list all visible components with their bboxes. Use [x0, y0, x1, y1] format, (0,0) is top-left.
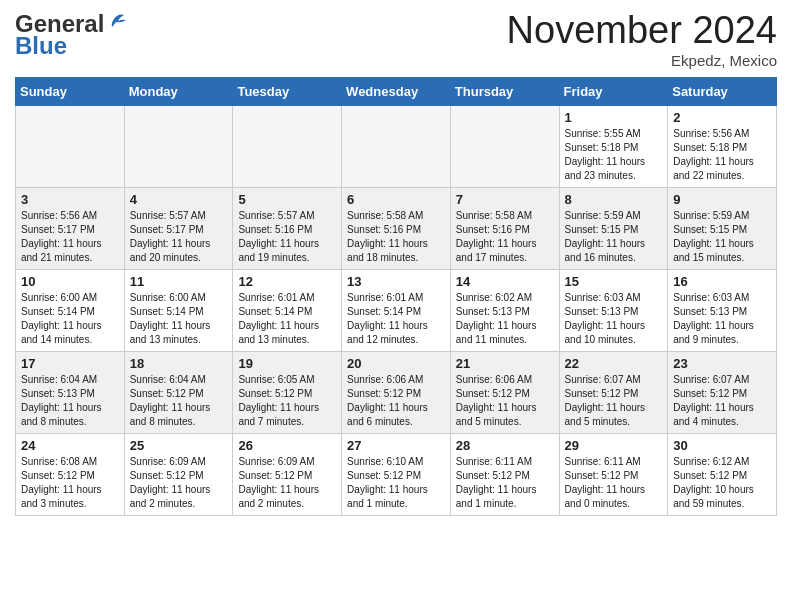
day-number: 26: [238, 438, 336, 453]
table-row: 7Sunrise: 5:58 AM Sunset: 5:16 PM Daylig…: [450, 187, 559, 269]
day-info: Sunrise: 5:56 AM Sunset: 5:18 PM Dayligh…: [673, 127, 771, 183]
day-number: 10: [21, 274, 119, 289]
header-saturday: Saturday: [668, 77, 777, 105]
day-info: Sunrise: 6:09 AM Sunset: 5:12 PM Dayligh…: [130, 455, 228, 511]
calendar-week-row: 17Sunrise: 6:04 AM Sunset: 5:13 PM Dayli…: [16, 351, 777, 433]
table-row: 15Sunrise: 6:03 AM Sunset: 5:13 PM Dayli…: [559, 269, 668, 351]
calendar-week-row: 1Sunrise: 5:55 AM Sunset: 5:18 PM Daylig…: [16, 105, 777, 187]
header-thursday: Thursday: [450, 77, 559, 105]
day-number: 24: [21, 438, 119, 453]
day-info: Sunrise: 6:06 AM Sunset: 5:12 PM Dayligh…: [347, 373, 445, 429]
day-info: Sunrise: 6:03 AM Sunset: 5:13 PM Dayligh…: [673, 291, 771, 347]
table-row: [124, 105, 233, 187]
table-row: 5Sunrise: 5:57 AM Sunset: 5:16 PM Daylig…: [233, 187, 342, 269]
table-row: 17Sunrise: 6:04 AM Sunset: 5:13 PM Dayli…: [16, 351, 125, 433]
day-number: 19: [238, 356, 336, 371]
day-info: Sunrise: 5:58 AM Sunset: 5:16 PM Dayligh…: [347, 209, 445, 265]
table-row: 29Sunrise: 6:11 AM Sunset: 5:12 PM Dayli…: [559, 433, 668, 515]
location: Ekpedz, Mexico: [507, 52, 777, 69]
table-row: [233, 105, 342, 187]
day-number: 4: [130, 192, 228, 207]
day-number: 27: [347, 438, 445, 453]
logo-bird-icon: [106, 9, 128, 31]
table-row: 19Sunrise: 6:05 AM Sunset: 5:12 PM Dayli…: [233, 351, 342, 433]
weekday-header-row: Sunday Monday Tuesday Wednesday Thursday…: [16, 77, 777, 105]
day-number: 5: [238, 192, 336, 207]
table-row: 18Sunrise: 6:04 AM Sunset: 5:12 PM Dayli…: [124, 351, 233, 433]
table-row: 6Sunrise: 5:58 AM Sunset: 5:16 PM Daylig…: [342, 187, 451, 269]
table-row: [16, 105, 125, 187]
day-number: 22: [565, 356, 663, 371]
day-number: 11: [130, 274, 228, 289]
table-row: 27Sunrise: 6:10 AM Sunset: 5:12 PM Dayli…: [342, 433, 451, 515]
day-number: 8: [565, 192, 663, 207]
day-info: Sunrise: 6:04 AM Sunset: 5:13 PM Dayligh…: [21, 373, 119, 429]
day-number: 15: [565, 274, 663, 289]
calendar-table: Sunday Monday Tuesday Wednesday Thursday…: [15, 77, 777, 516]
day-number: 2: [673, 110, 771, 125]
day-info: Sunrise: 5:59 AM Sunset: 5:15 PM Dayligh…: [565, 209, 663, 265]
table-row: 23Sunrise: 6:07 AM Sunset: 5:12 PM Dayli…: [668, 351, 777, 433]
day-info: Sunrise: 6:05 AM Sunset: 5:12 PM Dayligh…: [238, 373, 336, 429]
table-row: 9Sunrise: 5:59 AM Sunset: 5:15 PM Daylig…: [668, 187, 777, 269]
day-number: 1: [565, 110, 663, 125]
table-row: 11Sunrise: 6:00 AM Sunset: 5:14 PM Dayli…: [124, 269, 233, 351]
day-info: Sunrise: 5:58 AM Sunset: 5:16 PM Dayligh…: [456, 209, 554, 265]
day-info: Sunrise: 6:07 AM Sunset: 5:12 PM Dayligh…: [565, 373, 663, 429]
day-info: Sunrise: 6:00 AM Sunset: 5:14 PM Dayligh…: [21, 291, 119, 347]
day-info: Sunrise: 5:55 AM Sunset: 5:18 PM Dayligh…: [565, 127, 663, 183]
table-row: 25Sunrise: 6:09 AM Sunset: 5:12 PM Dayli…: [124, 433, 233, 515]
table-row: 1Sunrise: 5:55 AM Sunset: 5:18 PM Daylig…: [559, 105, 668, 187]
table-row: 21Sunrise: 6:06 AM Sunset: 5:12 PM Dayli…: [450, 351, 559, 433]
day-info: Sunrise: 6:11 AM Sunset: 5:12 PM Dayligh…: [456, 455, 554, 511]
day-info: Sunrise: 6:02 AM Sunset: 5:13 PM Dayligh…: [456, 291, 554, 347]
table-row: 13Sunrise: 6:01 AM Sunset: 5:14 PM Dayli…: [342, 269, 451, 351]
day-info: Sunrise: 6:06 AM Sunset: 5:12 PM Dayligh…: [456, 373, 554, 429]
calendar-week-row: 10Sunrise: 6:00 AM Sunset: 5:14 PM Dayli…: [16, 269, 777, 351]
month-title: November 2024: [507, 10, 777, 52]
table-row: [342, 105, 451, 187]
day-info: Sunrise: 6:03 AM Sunset: 5:13 PM Dayligh…: [565, 291, 663, 347]
day-number: 20: [347, 356, 445, 371]
day-info: Sunrise: 5:56 AM Sunset: 5:17 PM Dayligh…: [21, 209, 119, 265]
day-number: 17: [21, 356, 119, 371]
day-number: 6: [347, 192, 445, 207]
day-info: Sunrise: 6:10 AM Sunset: 5:12 PM Dayligh…: [347, 455, 445, 511]
header-wednesday: Wednesday: [342, 77, 451, 105]
day-number: 30: [673, 438, 771, 453]
day-info: Sunrise: 6:11 AM Sunset: 5:12 PM Dayligh…: [565, 455, 663, 511]
calendar-week-row: 3Sunrise: 5:56 AM Sunset: 5:17 PM Daylig…: [16, 187, 777, 269]
day-number: 18: [130, 356, 228, 371]
header-friday: Friday: [559, 77, 668, 105]
day-info: Sunrise: 6:12 AM Sunset: 5:12 PM Dayligh…: [673, 455, 771, 511]
header-sunday: Sunday: [16, 77, 125, 105]
day-info: Sunrise: 6:07 AM Sunset: 5:12 PM Dayligh…: [673, 373, 771, 429]
day-info: Sunrise: 6:09 AM Sunset: 5:12 PM Dayligh…: [238, 455, 336, 511]
table-row: 26Sunrise: 6:09 AM Sunset: 5:12 PM Dayli…: [233, 433, 342, 515]
table-row: 24Sunrise: 6:08 AM Sunset: 5:12 PM Dayli…: [16, 433, 125, 515]
day-info: Sunrise: 6:08 AM Sunset: 5:12 PM Dayligh…: [21, 455, 119, 511]
table-row: 30Sunrise: 6:12 AM Sunset: 5:12 PM Dayli…: [668, 433, 777, 515]
table-row: 10Sunrise: 6:00 AM Sunset: 5:14 PM Dayli…: [16, 269, 125, 351]
day-info: Sunrise: 5:57 AM Sunset: 5:16 PM Dayligh…: [238, 209, 336, 265]
day-number: 9: [673, 192, 771, 207]
day-info: Sunrise: 6:00 AM Sunset: 5:14 PM Dayligh…: [130, 291, 228, 347]
calendar-page: General Blue November 2024 Ekpedz, Mexic…: [0, 0, 792, 531]
table-row: 8Sunrise: 5:59 AM Sunset: 5:15 PM Daylig…: [559, 187, 668, 269]
table-row: [450, 105, 559, 187]
header-monday: Monday: [124, 77, 233, 105]
table-row: 16Sunrise: 6:03 AM Sunset: 5:13 PM Dayli…: [668, 269, 777, 351]
day-info: Sunrise: 5:59 AM Sunset: 5:15 PM Dayligh…: [673, 209, 771, 265]
day-number: 14: [456, 274, 554, 289]
title-block: November 2024 Ekpedz, Mexico: [507, 10, 777, 69]
logo: General Blue: [15, 10, 128, 60]
day-number: 28: [456, 438, 554, 453]
day-number: 12: [238, 274, 336, 289]
table-row: 12Sunrise: 6:01 AM Sunset: 5:14 PM Dayli…: [233, 269, 342, 351]
table-row: 22Sunrise: 6:07 AM Sunset: 5:12 PM Dayli…: [559, 351, 668, 433]
day-number: 29: [565, 438, 663, 453]
day-number: 3: [21, 192, 119, 207]
day-number: 13: [347, 274, 445, 289]
day-number: 7: [456, 192, 554, 207]
table-row: 4Sunrise: 5:57 AM Sunset: 5:17 PM Daylig…: [124, 187, 233, 269]
